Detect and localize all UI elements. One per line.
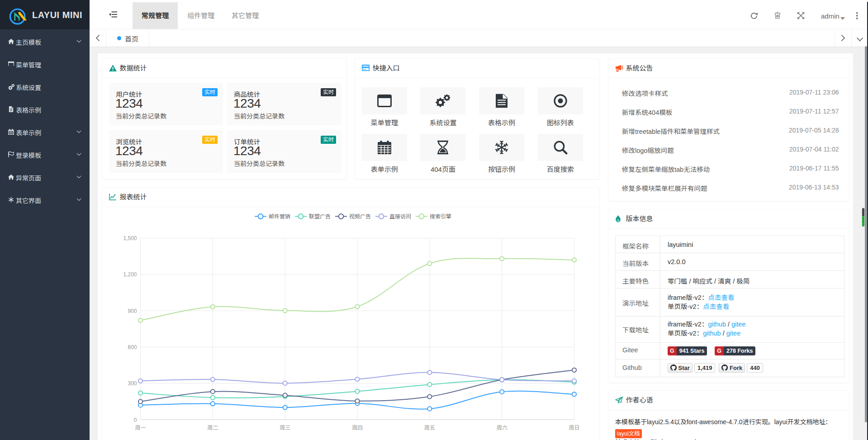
svg-text:周一: 周一	[135, 425, 146, 431]
svg-text:视频广告: 视频广告	[349, 213, 371, 219]
svg-text:直接访问: 直接访问	[389, 213, 411, 219]
svg-text:搜索引擎: 搜索引擎	[430, 213, 451, 219]
svg-text:600: 600	[128, 344, 137, 350]
svg-text:300: 300	[128, 380, 137, 387]
svg-text:周二: 周二	[207, 425, 218, 431]
svg-text:1,200: 1,200	[123, 271, 137, 278]
svg-text:周五: 周五	[424, 425, 435, 431]
svg-text:周六: 周六	[496, 425, 507, 431]
svg-text:0: 0	[133, 416, 137, 423]
svg-text:周四: 周四	[351, 425, 362, 431]
svg-text:邮件营销: 邮件营销	[269, 213, 290, 219]
svg-text:900: 900	[128, 308, 137, 314]
svg-text:联盟广告: 联盟广告	[309, 213, 331, 219]
svg-text:周日: 周日	[569, 425, 579, 431]
svg-text:周三: 周三	[280, 425, 290, 431]
svg-text:1,500: 1,500	[123, 235, 137, 241]
